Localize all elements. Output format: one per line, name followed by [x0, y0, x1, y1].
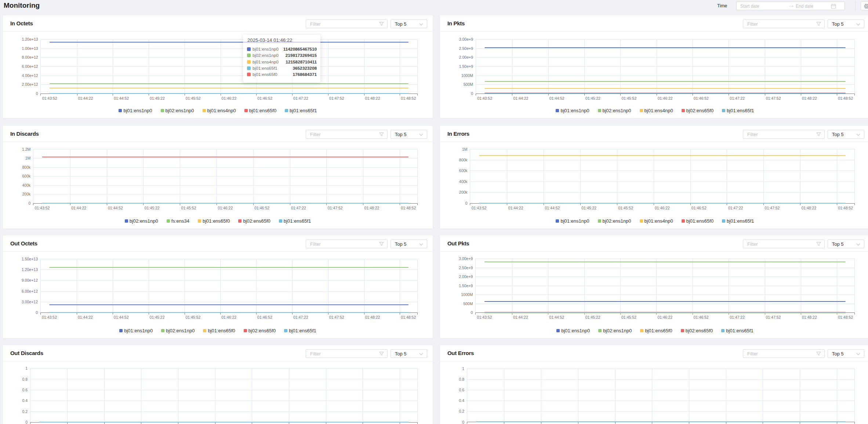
svg-text:01:48:22: 01:48:22: [801, 206, 816, 210]
svg-text:01:48:22: 01:48:22: [365, 315, 380, 319]
svg-text:01:48:22: 01:48:22: [365, 96, 380, 100]
svg-text:1.20e+13: 1.20e+13: [22, 267, 38, 272]
svg-text:01:44:22: 01:44:22: [78, 315, 93, 319]
svg-text:01:47:22: 01:47:22: [293, 96, 308, 100]
svg-text:01:48:52: 01:48:52: [838, 206, 853, 210]
svg-text:01:46:22: 01:46:22: [655, 206, 670, 210]
svg-text:01:43:52: 01:43:52: [42, 96, 57, 100]
svg-text:01:43:52: 01:43:52: [472, 206, 487, 210]
svg-text:01:46:22: 01:46:22: [222, 96, 237, 100]
svg-text:01:46:52: 01:46:52: [257, 96, 272, 100]
svg-text:01:47:22: 01:47:22: [291, 206, 306, 210]
svg-text:01:46:22: 01:46:22: [221, 315, 236, 319]
svg-text:01:47:52: 01:47:52: [766, 96, 781, 100]
svg-text:01:44:52: 01:44:52: [114, 96, 129, 100]
svg-text:01:48:22: 01:48:22: [802, 96, 817, 100]
svg-text:01:45:52: 01:45:52: [618, 206, 633, 210]
svg-text:0.6: 0.6: [459, 388, 464, 392]
svg-text:01:47:22: 01:47:22: [728, 206, 743, 210]
svg-text:01:45:22: 01:45:22: [585, 315, 600, 319]
svg-text:0: 0: [465, 201, 468, 205]
svg-text:0: 0: [462, 420, 464, 424]
svg-text:3.00e+9: 3.00e+9: [459, 37, 473, 41]
svg-text:1000M: 1000M: [461, 73, 473, 78]
svg-text:3.00e+12: 3.00e+12: [22, 300, 38, 304]
svg-text:0.2: 0.2: [22, 409, 28, 414]
svg-text:01:47:22: 01:47:22: [730, 96, 745, 100]
svg-text:1: 1: [462, 366, 464, 371]
svg-text:6.00e+12: 6.00e+12: [22, 64, 38, 69]
svg-text:200k: 200k: [22, 192, 31, 196]
svg-text:0.2: 0.2: [459, 409, 464, 413]
svg-text:2.00e+12: 2.00e+12: [22, 82, 38, 87]
svg-text:01:43:52: 01:43:52: [34, 206, 50, 210]
svg-text:01:45:22: 01:45:22: [150, 96, 165, 100]
svg-text:8.00e+12: 8.00e+12: [22, 55, 38, 59]
svg-text:6.00e+12: 6.00e+12: [22, 289, 38, 293]
svg-text:600k: 600k: [22, 174, 31, 178]
svg-text:01:45:52: 01:45:52: [621, 315, 636, 319]
svg-text:200k: 200k: [459, 190, 468, 194]
svg-text:01:45:22: 01:45:22: [145, 206, 160, 210]
svg-text:0: 0: [471, 91, 473, 96]
svg-text:01:48:22: 01:48:22: [802, 315, 817, 319]
svg-text:01:44:52: 01:44:52: [549, 315, 564, 319]
svg-text:800k: 800k: [22, 165, 31, 169]
svg-text:1M: 1M: [462, 147, 468, 151]
svg-text:01:43:52: 01:43:52: [42, 315, 57, 319]
svg-text:4.00e+12: 4.00e+12: [22, 73, 38, 78]
svg-text:01:45:22: 01:45:22: [585, 96, 600, 100]
svg-text:0: 0: [36, 91, 38, 96]
svg-text:01:47:52: 01:47:52: [328, 206, 343, 210]
svg-text:01:44:22: 01:44:22: [71, 206, 86, 210]
svg-text:0: 0: [471, 310, 473, 315]
svg-text:1.00e+13: 1.00e+13: [22, 46, 38, 51]
svg-text:600k: 600k: [459, 168, 468, 173]
svg-text:01:45:52: 01:45:52: [185, 315, 200, 319]
svg-text:1.20e+13: 1.20e+13: [22, 37, 38, 41]
svg-text:500M: 500M: [464, 82, 473, 87]
svg-text:0: 0: [36, 310, 38, 315]
svg-text:1.50e+13: 1.50e+13: [22, 257, 38, 261]
svg-text:0.4: 0.4: [22, 398, 28, 403]
svg-text:01:44:22: 01:44:22: [508, 206, 523, 210]
svg-text:0: 0: [25, 420, 28, 424]
svg-text:01:46:52: 01:46:52: [257, 315, 272, 319]
svg-text:01:45:52: 01:45:52: [181, 206, 196, 210]
svg-text:01:44:52: 01:44:52: [108, 206, 123, 210]
svg-text:9.00e+12: 9.00e+12: [22, 278, 38, 282]
svg-text:01:48:52: 01:48:52: [401, 206, 416, 210]
svg-text:01:48:22: 01:48:22: [364, 206, 379, 210]
svg-text:01:44:52: 01:44:52: [114, 315, 129, 319]
svg-text:800k: 800k: [459, 158, 468, 162]
svg-text:500M: 500M: [463, 301, 473, 306]
svg-text:2.00e+9: 2.00e+9: [459, 274, 473, 279]
svg-text:01:45:52: 01:45:52: [186, 96, 201, 100]
svg-text:0.4: 0.4: [459, 398, 464, 403]
svg-text:400k: 400k: [22, 183, 31, 187]
svg-text:1.2M: 1.2M: [22, 147, 30, 151]
svg-text:01:46:22: 01:46:22: [218, 206, 233, 210]
svg-text:01:47:52: 01:47:52: [329, 96, 344, 100]
svg-text:01:44:52: 01:44:52: [545, 206, 560, 210]
svg-text:01:44:52: 01:44:52: [549, 96, 564, 100]
svg-text:01:47:22: 01:47:22: [293, 315, 308, 319]
svg-text:01:44:22: 01:44:22: [78, 96, 93, 100]
svg-text:01:46:52: 01:46:52: [694, 96, 709, 100]
svg-text:01:47:52: 01:47:52: [765, 206, 780, 210]
svg-text:0.8: 0.8: [22, 377, 28, 381]
svg-text:01:47:52: 01:47:52: [766, 315, 781, 319]
svg-text:01:48:52: 01:48:52: [838, 96, 853, 100]
svg-text:01:47:22: 01:47:22: [730, 315, 745, 319]
svg-text:01:48:52: 01:48:52: [838, 315, 853, 319]
svg-text:3.00e+9: 3.00e+9: [459, 256, 473, 261]
svg-text:01:43:52: 01:43:52: [477, 315, 492, 319]
svg-text:01:46:22: 01:46:22: [657, 315, 672, 319]
svg-text:01:45:52: 01:45:52: [621, 96, 636, 100]
svg-text:2.50e+9: 2.50e+9: [459, 266, 473, 270]
svg-text:01:46:52: 01:46:52: [691, 206, 707, 210]
svg-text:01:48:52: 01:48:52: [401, 96, 416, 100]
svg-text:01:46:52: 01:46:52: [694, 315, 709, 319]
svg-text:01:48:52: 01:48:52: [401, 315, 416, 319]
svg-text:01:43:52: 01:43:52: [477, 96, 492, 100]
